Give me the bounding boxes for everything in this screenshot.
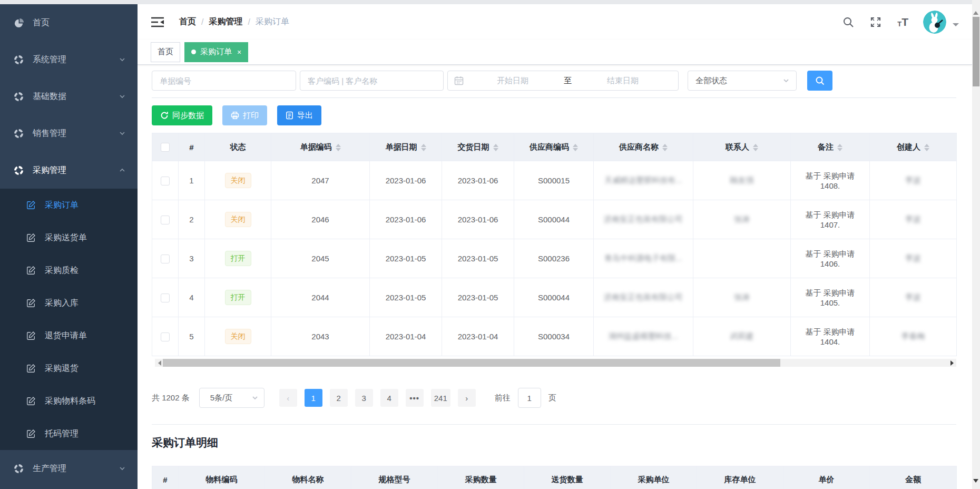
sort-icon[interactable]: [924, 144, 929, 151]
page-button-2[interactable]: 2: [330, 389, 348, 407]
close-icon[interactable]: ×: [237, 48, 241, 56]
scroll-down-icon[interactable]: [973, 479, 978, 485]
status-select[interactable]: 全部状态: [688, 71, 797, 91]
chevron-down-icon: [119, 130, 126, 137]
sidebar-item-basedata[interactable]: 基础数据: [0, 78, 138, 115]
more-pages-button[interactable]: •••: [406, 389, 424, 407]
cell-status: 关闭: [205, 317, 271, 356]
row-checkbox[interactable]: [161, 255, 170, 263]
user-menu-caret-icon[interactable]: [953, 23, 959, 30]
goto-page-input[interactable]: [518, 388, 541, 408]
submenu-item-label: 采购退货: [45, 363, 79, 374]
prev-page-button[interactable]: ‹: [279, 389, 297, 407]
table-row[interactable]: 4 打开 2044 2023-01-05 2023-01-05 S000044 …: [152, 278, 957, 317]
row-checkbox[interactable]: [161, 216, 170, 224]
horizontal-scrollbar[interactable]: [155, 359, 956, 367]
col-supplier-name[interactable]: 供应商名称: [594, 133, 693, 161]
sidebar-item-purchase[interactable]: 采购管理: [0, 152, 138, 189]
sort-icon[interactable]: [573, 144, 578, 151]
page-button-1[interactable]: 1: [305, 389, 322, 407]
fullscreen-icon[interactable]: [870, 16, 881, 28]
scroll-up-icon[interactable]: [973, 8, 978, 15]
status-badge: 打开: [225, 290, 251, 305]
scroll-right-icon[interactable]: [948, 359, 956, 367]
detail-header-row: # 物料编码 物料名称 规格型号 采购数量 送货数量 采购单位 库存单位 单价 …: [152, 466, 957, 489]
col-code[interactable]: 单据编码: [271, 133, 370, 161]
start-date-placeholder[interactable]: 开始日期: [464, 76, 562, 86]
date-range-picker[interactable]: 开始日期 至 结束日期: [447, 71, 679, 91]
sort-icon[interactable]: [753, 144, 758, 151]
page-size-select[interactable]: 5条/页: [199, 388, 264, 408]
user-avatar[interactable]: [923, 11, 946, 34]
page-button-4[interactable]: 4: [380, 389, 398, 407]
doc-no-input[interactable]: [152, 71, 296, 91]
submenu-item-material-barcode[interactable]: 采购物料条码: [0, 385, 138, 417]
section-divider: [152, 424, 956, 425]
cell-code: 2047: [271, 161, 370, 200]
breadcrumb-item[interactable]: 采购管理: [209, 16, 242, 27]
edit-icon: [26, 266, 36, 275]
submenu-item-pallet-code[interactable]: 托码管理: [0, 417, 138, 450]
submenu-item-purchase-inbound[interactable]: 采购入库: [0, 287, 138, 319]
sort-icon[interactable]: [336, 144, 341, 151]
sidebar-item-sales[interactable]: 销售管理: [0, 115, 138, 152]
sidebar-item-home[interactable]: 首页: [0, 4, 138, 41]
sort-icon[interactable]: [493, 144, 498, 151]
page-button-3[interactable]: 3: [355, 389, 373, 407]
sidebar-item-system[interactable]: 系统管理: [0, 41, 138, 78]
table-row[interactable]: 3 打开 2045 2023-01-05 2023-01-05 S000236 …: [152, 239, 957, 278]
breadcrumb-item[interactable]: 首页: [179, 16, 196, 27]
sort-icon[interactable]: [837, 144, 842, 151]
vertical-scrollbar[interactable]: [972, 0, 980, 489]
sidebar-item-production[interactable]: 生产管理: [0, 450, 138, 487]
cell-delivery-date: 2023-01-05: [442, 278, 514, 317]
row-checkbox[interactable]: [161, 177, 170, 185]
tab-home[interactable]: 首页: [151, 42, 180, 62]
cell-contact: 武双建: [693, 317, 791, 356]
select-all-checkbox[interactable]: [161, 143, 170, 152]
sort-icon[interactable]: [662, 144, 668, 151]
cell-index: 5: [179, 317, 205, 356]
print-button[interactable]: 打印: [222, 105, 267, 125]
col-delivery-date[interactable]: 交货日期: [442, 133, 514, 161]
table-row[interactable]: 5 关闭 2043 2023-01-04 2023-01-04 S000034 …: [152, 317, 957, 356]
submenu-item-label: 托码管理: [45, 428, 79, 439]
col-remark[interactable]: 备注: [791, 133, 870, 161]
page-button-last[interactable]: 241: [431, 389, 450, 407]
vertical-scrollbar-thumb[interactable]: [973, 17, 979, 86]
date-range-separator: 至: [562, 76, 574, 86]
font-size-icon[interactable]: TT: [897, 16, 908, 27]
sort-icon[interactable]: [421, 144, 426, 151]
horizontal-scrollbar-thumb[interactable]: [163, 359, 780, 367]
search-button[interactable]: [807, 71, 832, 91]
next-page-button[interactable]: ›: [458, 389, 476, 407]
col-creator[interactable]: 创建人: [870, 133, 957, 161]
breadcrumb-separator: /: [248, 17, 250, 27]
orders-table: # 状态 单据编码 单据日期 交货日期 供应商编码 供应商名称 联系人 备注 创…: [152, 133, 957, 356]
col-supplier-code[interactable]: 供应商编码: [514, 133, 594, 161]
col-contact[interactable]: 联系人: [693, 133, 791, 161]
submenu-item-purchase-order[interactable]: 采购订单: [0, 189, 138, 221]
row-checkbox[interactable]: [161, 294, 170, 302]
customer-input[interactable]: [300, 71, 444, 91]
submenu-item-purchase-return[interactable]: 采购退货: [0, 352, 138, 385]
detail-col-stock-unit: 库存单位: [697, 466, 783, 489]
chevron-up-icon: [119, 167, 126, 174]
scroll-left-icon[interactable]: [155, 359, 163, 367]
cell-supplier-name: 天威精达塑胶科技有...: [594, 161, 693, 200]
submenu-item-purchase-delivery[interactable]: 采购送货单: [0, 221, 138, 254]
row-checkbox[interactable]: [161, 332, 170, 341]
component-icon: [14, 129, 24, 139]
table-row[interactable]: 1 关闭 2047 2023-01-06 2023-01-06 S000015 …: [152, 161, 957, 200]
tab-purchase-order[interactable]: 采购订单 ×: [184, 42, 248, 62]
search-icon[interactable]: [842, 16, 854, 28]
submenu-item-purchase-qc[interactable]: 采购质检: [0, 254, 138, 287]
table-row[interactable]: 2 关闭 2046 2023-01-06 2023-01-06 S000044 …: [152, 200, 957, 239]
col-doc-date[interactable]: 单据日期: [370, 133, 442, 161]
submenu-item-return-request[interactable]: 退货申请单: [0, 319, 138, 352]
cell-code: 2043: [271, 317, 370, 356]
sync-data-button[interactable]: 同步数据: [152, 105, 212, 125]
end-date-placeholder[interactable]: 结束日期: [574, 76, 672, 86]
sidebar-collapse-icon[interactable]: [151, 17, 164, 27]
export-button[interactable]: 导出: [277, 105, 321, 125]
